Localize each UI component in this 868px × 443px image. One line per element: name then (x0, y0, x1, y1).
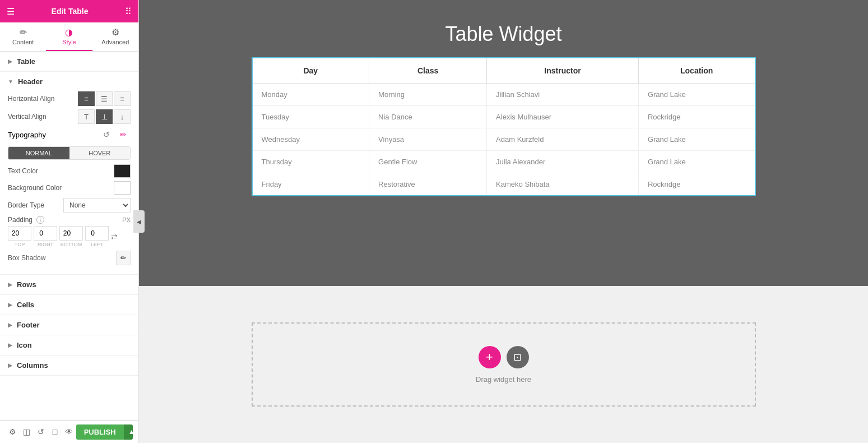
padding-top-input[interactable] (8, 226, 31, 241)
folder-btn[interactable]: ⊡ (507, 346, 529, 368)
cell-friday-location: Rockridge (638, 173, 755, 196)
drop-buttons: + ⊡ (479, 346, 529, 368)
tab-style[interactable]: ◑ Style (46, 22, 92, 51)
horizontal-align-row: Horizontal Align ≡ ☰ ≡ (8, 91, 131, 106)
px-label: PX (122, 216, 131, 223)
cell-thursday-location: Grand Lake (638, 151, 755, 173)
padding-bottom-wrap: BOTTOM (59, 226, 83, 247)
settings-icon[interactable]: ⚙ (6, 424, 20, 440)
table-header-row: Day Class Instructor Location (252, 58, 755, 84)
padding-info-icon: i (36, 216, 44, 224)
panel-title: Edit Table (52, 7, 89, 16)
responsive-icon[interactable]: □ (48, 424, 62, 440)
left-panel: ☰ Edit Table ⠿ ✏ Content ◑ Style ⚙ Advan… (0, 0, 139, 443)
section-rows[interactable]: ▶ Rows (0, 275, 138, 295)
icon-section-label: Icon (17, 341, 32, 349)
h-align-left-btn[interactable]: ≡ (78, 91, 95, 106)
section-columns[interactable]: ▶ Columns (0, 356, 138, 376)
section-footer[interactable]: ▶ Footer (0, 315, 138, 335)
hamburger-icon[interactable]: ☰ (7, 6, 15, 17)
typography-label: Typography (8, 131, 99, 139)
table-arrow-icon: ▶ (8, 58, 12, 64)
plus-icon: + (486, 350, 493, 364)
border-type-select[interactable]: None Solid Dashed Dotted Double (63, 198, 131, 213)
padding-left-input[interactable] (85, 226, 109, 241)
top-bar: ☰ Edit Table ⠿ (0, 0, 138, 22)
section-cells[interactable]: ▶ Cells (0, 295, 138, 315)
bg-color-label: Background Color (8, 184, 114, 192)
text-color-row: Text Color (8, 164, 131, 178)
box-shadow-edit-btn[interactable]: ✏ (116, 251, 131, 265)
publish-button[interactable]: PUBLISH (76, 424, 124, 440)
padding-link-icon[interactable]: ⇄ (111, 232, 118, 241)
typography-row: Typography ↺ ✏ (8, 127, 131, 142)
header-section-label: Header (18, 77, 43, 86)
table-row: Tuesday Nia Dance Alexis Mulhauser Rockr… (252, 106, 755, 128)
history-icon[interactable]: ↺ (34, 424, 48, 440)
cell-wednesday-instructor: Adam Kurzfeld (487, 128, 639, 151)
cell-monday-instructor: Jillian Schiavi (487, 84, 639, 106)
canvas-top: Table Widget Day Class Instructor Locati… (139, 0, 868, 286)
table-row: Monday Morning Jillian Schiavi Grand Lak… (252, 84, 755, 106)
box-shadow-label: Box Shadow (8, 254, 45, 262)
h-align-right-btn[interactable]: ≡ (114, 91, 131, 106)
publish-dropdown-btn[interactable]: ▲ (124, 424, 133, 440)
cell-tuesday-instructor: Alexis Mulhauser (487, 106, 639, 128)
grid-icon[interactable]: ⠿ (125, 6, 132, 17)
normal-btn[interactable]: NORMAL (8, 147, 69, 159)
cell-wednesday-day: Wednesday (252, 128, 369, 151)
cell-monday-class: Morning (369, 84, 487, 106)
section-table[interactable]: ▶ Table (0, 52, 138, 72)
cell-tuesday-location: Rockridge (638, 106, 755, 128)
bg-color-swatch[interactable] (114, 181, 131, 195)
v-align-buttons: T ⊥ ↓ (78, 109, 131, 124)
h-align-center-btn[interactable]: ☰ (96, 91, 113, 106)
main-area: Table Widget Day Class Instructor Locati… (139, 0, 868, 443)
typography-edit-btn[interactable]: ✏ (116, 127, 131, 142)
v-align-bottom-btn[interactable]: ↓ (114, 109, 131, 124)
v-align-top-btn[interactable]: T (78, 109, 95, 124)
content-icon: ✏ (20, 27, 27, 38)
padding-bottom-input[interactable] (59, 226, 83, 241)
text-color-swatch[interactable] (114, 164, 131, 178)
tab-advanced[interactable]: ⚙ Advanced (92, 22, 138, 51)
advanced-icon: ⚙ (112, 27, 119, 38)
typography-reset-btn[interactable]: ↺ (99, 127, 114, 142)
border-type-row: Border Type None Solid Dashed Dotted Dou… (8, 198, 131, 213)
drop-zone: + ⊡ Drag widget here (252, 322, 756, 407)
vertical-align-row: Vertical Align T ⊥ ↓ (8, 109, 131, 124)
v-align-middle-btn[interactable]: ⊥ (96, 109, 113, 124)
cell-monday-day: Monday (252, 84, 369, 106)
columns-arrow-icon: ▶ (8, 362, 12, 368)
padding-left-label: LEFT (91, 242, 103, 247)
th-class: Class (369, 58, 487, 84)
table-widget: Day Class Instructor Location Monday Mor… (252, 57, 756, 196)
v-align-label: Vertical Align (8, 113, 78, 121)
table-body: Monday Morning Jillian Schiavi Grand Lak… (252, 84, 755, 196)
padding-top-label: TOP (15, 242, 25, 247)
section-icon[interactable]: ▶ Icon (0, 335, 138, 356)
footer-section-label: Footer (17, 321, 39, 329)
layers-icon[interactable]: ◫ (20, 424, 34, 440)
cell-wednesday-class: Vinyasa (369, 128, 487, 151)
th-instructor: Instructor (487, 58, 639, 84)
hover-btn[interactable]: HOVER (69, 147, 131, 159)
tabs-row: ✏ Content ◑ Style ⚙ Advanced (0, 22, 138, 52)
eye-icon[interactable]: 👁 (62, 424, 76, 440)
section-header[interactable]: ▼ Header (0, 72, 138, 88)
padding-right-input[interactable] (34, 226, 57, 241)
style-icon: ◑ (65, 27, 73, 38)
collapse-panel-btn[interactable]: ◀ (133, 210, 145, 233)
cell-thursday-class: Gentle Flow (369, 151, 487, 173)
tab-content[interactable]: ✏ Content (0, 22, 46, 51)
cell-friday-class: Restorative (369, 173, 487, 196)
add-widget-btn[interactable]: + (479, 346, 501, 368)
cells-arrow-icon: ▶ (8, 302, 12, 308)
icon-arrow-icon: ▶ (8, 342, 12, 348)
padding-inputs: TOP RIGHT BOTTOM LEFT (8, 226, 131, 247)
widget-title: Table Widget (252, 22, 756, 46)
cell-monday-location: Grand Lake (638, 84, 755, 106)
folder-icon: ⊡ (513, 351, 522, 363)
header-arrow-icon: ▼ (8, 79, 13, 85)
cell-tuesday-day: Tuesday (252, 106, 369, 128)
